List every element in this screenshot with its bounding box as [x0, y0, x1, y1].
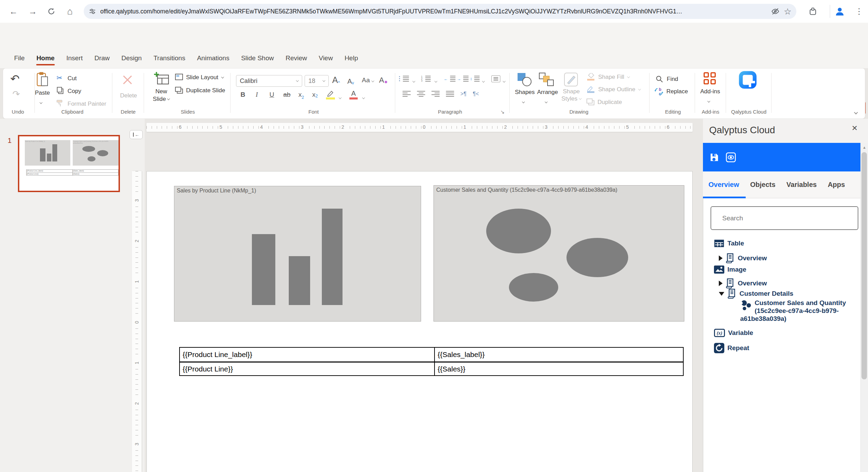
underline-button[interactable]: U [269, 91, 274, 98]
highlight-color-button[interactable] [326, 90, 335, 99]
collapse-caret-icon[interactable] [719, 292, 724, 296]
subscript-button[interactable]: x2 [298, 91, 304, 98]
panel-close-icon[interactable]: × [852, 123, 857, 134]
tab-file[interactable]: File [8, 50, 31, 66]
rtl-direction-button[interactable]: ¶< [473, 91, 479, 97]
font-size-select[interactable]: 18 [305, 75, 329, 87]
numbering-dropdown[interactable] [435, 78, 437, 84]
tab-animations[interactable]: Animations [191, 50, 235, 66]
tree-item-table-overview[interactable]: Overview [719, 253, 767, 263]
panel-scrollbar-thumb[interactable] [861, 152, 867, 379]
chart-placeholder-customer-sales-quantity[interactable]: Customer Sales and Quantity (15c2c9ee-c9… [433, 185, 684, 322]
tab-draw[interactable]: Draw [89, 50, 115, 66]
font-color-dropdown[interactable] [362, 94, 365, 101]
slide-layout-button[interactable]: Slide Layout [175, 74, 224, 81]
extensions-icon[interactable] [806, 5, 819, 18]
browser-menu-icon[interactable]: ⋮ [852, 5, 866, 18]
new-slide-label-2[interactable]: Slide [153, 96, 166, 103]
add-ins-label[interactable]: Add-ins [698, 88, 722, 95]
add-ins-dropdown[interactable] [708, 98, 710, 104]
italic-button[interactable]: I [256, 91, 258, 98]
bullets-button[interactable] [399, 76, 409, 82]
browser-forward-icon[interactable]: → [26, 5, 39, 18]
panel-tab-objects[interactable]: Objects [745, 181, 781, 189]
copy-label[interactable]: Copy [68, 88, 81, 95]
new-slide-label-1[interactable]: New [151, 88, 172, 95]
strikethrough-button[interactable]: ab [283, 91, 290, 98]
expand-caret-icon[interactable] [719, 255, 723, 261]
table-cell[interactable]: {{Product Line_label}} [180, 348, 434, 361]
font-color-button[interactable]: A [349, 90, 358, 99]
increase-indent-button[interactable]: → [457, 76, 469, 82]
browser-home-icon[interactable]: ⌂ [63, 5, 76, 18]
shapes-dropdown[interactable] [522, 98, 524, 105]
copy-icon[interactable] [57, 87, 64, 94]
align-right-button[interactable] [431, 91, 440, 97]
panel-search-input[interactable] [711, 214, 858, 222]
add-ins-button[interactable] [704, 72, 716, 84]
duplicate-slide-button[interactable]: Duplicate Slide [175, 87, 225, 94]
tab-insert[interactable]: Insert [60, 50, 89, 66]
bullets-dropdown[interactable] [413, 78, 415, 84]
paragraph-dialog-launcher[interactable]: ↘ [500, 109, 505, 115]
shapes-button[interactable] [517, 72, 533, 87]
bookmark-star-icon[interactable]: ☆ [784, 8, 792, 15]
tree-item-table[interactable]: Table [714, 239, 744, 248]
panel-tab-overview[interactable]: Overview [703, 181, 745, 189]
bar-shape[interactable] [322, 209, 343, 305]
profile-avatar[interactable] [833, 5, 846, 18]
redo-button[interactable]: ↷ [12, 89, 20, 99]
list-options-button[interactable] [491, 75, 500, 82]
scrollbar-up-arrow-icon[interactable]: ▲ [861, 143, 868, 149]
url-text[interactable]: office.qalyptus.com/home/edit/eyJmaWxlSW… [100, 8, 767, 15]
bar-shape[interactable] [252, 234, 275, 305]
tree-item-image-overview[interactable]: Overview [719, 278, 767, 289]
ellipse-shape[interactable] [486, 209, 551, 253]
panel-tab-variables[interactable]: Variables [781, 181, 822, 189]
ellipse-shape[interactable] [509, 273, 558, 302]
find-button[interactable]: Find [655, 75, 678, 83]
justify-button[interactable] [446, 91, 454, 97]
bar-shape[interactable] [289, 256, 310, 305]
tab-help[interactable]: Help [339, 50, 364, 66]
bold-button[interactable]: B [241, 91, 245, 98]
shrink-font-button[interactable]: Av [347, 77, 355, 85]
align-left-button[interactable] [402, 91, 411, 97]
grow-font-button[interactable]: A^ [332, 75, 340, 85]
new-slide-chevron-icon[interactable] [167, 97, 170, 100]
collapse-ribbon-chevron-icon[interactable] [855, 109, 857, 116]
list-options-dropdown[interactable] [503, 78, 505, 84]
tab-slide-show[interactable]: Slide Show [235, 50, 280, 66]
browser-reload-icon[interactable] [45, 5, 58, 18]
cut-icon[interactable]: ✂ [57, 74, 62, 82]
table-cell[interactable]: {{Sales}} [434, 363, 683, 375]
change-case-button[interactable]: Aa [362, 76, 374, 84]
panel-search-box[interactable] [711, 206, 858, 230]
highlight-dropdown[interactable] [339, 94, 341, 101]
replace-button[interactable]: bc Replace [654, 87, 688, 96]
tree-item-variable[interactable]: (x) Variable [714, 328, 753, 338]
expand-caret-icon[interactable] [719, 281, 723, 286]
shapes-label[interactable]: Shapes [514, 89, 535, 96]
slide-thumbnail-1[interactable]: Sales by Product Line (NkMp_1) Customer … [18, 135, 120, 192]
ltr-direction-button[interactable]: >¶ [460, 91, 467, 97]
tab-transitions[interactable]: Transitions [147, 50, 191, 66]
ellipse-shape[interactable] [566, 238, 628, 277]
align-center-button[interactable] [417, 91, 425, 97]
arrange-button[interactable] [538, 72, 554, 87]
line-spacing-button[interactable]: ↕ [470, 76, 480, 82]
format-painter-icon[interactable] [56, 99, 63, 107]
new-slide-button[interactable] [154, 72, 170, 87]
line-spacing-dropdown[interactable] [482, 78, 484, 84]
superscript-button[interactable]: x2 [312, 91, 318, 98]
tune-icon[interactable] [89, 8, 96, 15]
arrange-dropdown[interactable] [545, 98, 547, 105]
qalyptus-cloud-ribbon-button[interactable] [739, 71, 757, 89]
tab-view[interactable]: View [313, 50, 339, 66]
decrease-indent-button[interactable]: ← [444, 76, 456, 82]
browser-back-icon[interactable]: ← [7, 5, 20, 18]
numbering-button[interactable]: 123 [421, 76, 431, 82]
tree-item-image[interactable]: Image [714, 265, 746, 274]
table-cell[interactable]: {{Product Line}} [180, 363, 434, 375]
paste-button[interactable] [34, 72, 50, 87]
